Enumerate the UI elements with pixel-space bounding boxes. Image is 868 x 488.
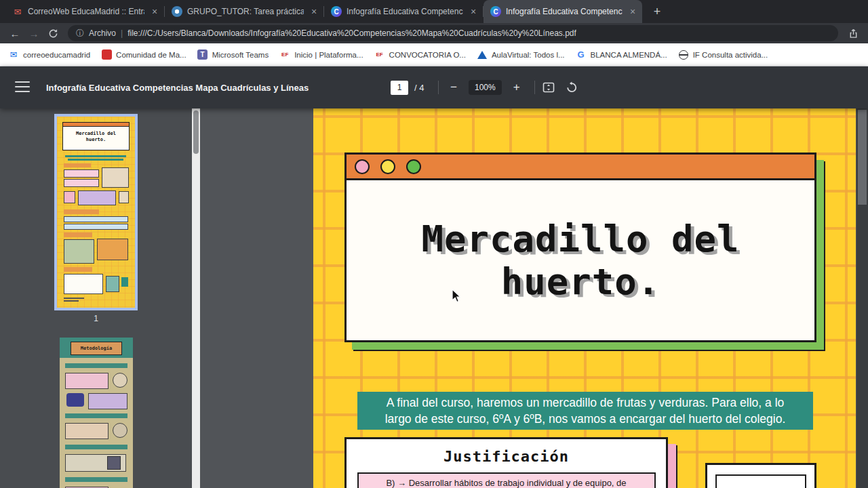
thumb-deco (106, 276, 119, 292)
reload-button[interactable] (43, 24, 62, 42)
bookmark-label: AulaVirtual: Todos l... (492, 51, 565, 59)
aulavirtual-icon (477, 49, 488, 60)
thumb-deco (65, 155, 126, 157)
bookmark-label: Microsoft Teams (212, 51, 269, 59)
zoom-in-button[interactable]: + (511, 81, 523, 94)
tab-correoweb-educamadrid[interactable]: ✉ CorreoWeb EducaMadrid :: Entra × (5, 0, 164, 23)
bookmark-comunidad-madrid[interactable]: Comunidad de Ma... (101, 49, 186, 60)
chat-icon (172, 6, 182, 17)
tab-infografia-2-active[interactable]: C Infografía Educativa Competenci × (484, 0, 642, 23)
page-number-input[interactable]: 1 (391, 81, 408, 95)
tab-close-icon[interactable]: × (468, 6, 479, 17)
thumb-deco (65, 445, 127, 449)
dot-yellow-icon (380, 159, 395, 174)
url-separator: | (121, 28, 123, 38)
bookmark-label: Comunidad de Ma... (116, 51, 186, 59)
thumb-deco (64, 163, 91, 167)
thumbnail-page-2[interactable]: Metodología (60, 338, 133, 488)
thumb-deco (68, 159, 123, 161)
thumb-deco (64, 267, 92, 272)
browser-window: ✉ CorreoWeb EducaMadrid :: Entra × GRUPO… (0, 0, 868, 488)
thumbnail-panel: Mercadillo del huerto. (0, 108, 192, 488)
page-controls: 1 / 4 (391, 66, 424, 108)
thumb-deco (65, 477, 127, 482)
intro-line2: largo de este curso, 6ºA y 6ºB, nos vamo… (357, 411, 813, 427)
bookmark-correoeducamadrid[interactable]: ✉ correoeducamadrid (8, 49, 90, 60)
tab-close-icon[interactable]: × (309, 6, 319, 17)
thumb-deco (64, 169, 99, 178)
back-button[interactable]: ← (5, 24, 24, 42)
bookmark-convocatoria[interactable]: EF CONVOCATORIA O... (374, 49, 466, 60)
tab-infografia-1[interactable]: C Infografía Educativa Competenci × (324, 0, 483, 23)
justification-card: Justificación B) → Desarrollar hábitos d… (344, 437, 668, 488)
window-body: Mercadillo del huerto. (347, 180, 814, 340)
thumb-deco (113, 423, 127, 438)
bookmark-blanca-almendra[interactable]: G BLANCA ALMENDÁ... (576, 49, 667, 60)
bookmark-label: Inicio | Plataforma... (294, 51, 363, 59)
bookmark-label: BLANCA ALMENDÁ... (591, 51, 667, 59)
share-icon[interactable] (844, 24, 863, 42)
sidebar-scrollbar[interactable] (192, 108, 200, 488)
toolbar-divider (438, 81, 439, 94)
infographic-window-frame: Mercadillo del huerto. (344, 152, 816, 342)
bookmark-inicio-plataforma[interactable]: EF Inicio | Plataforma... (279, 49, 363, 60)
url-scheme-chip: Archivo (89, 28, 116, 38)
infographic-title-line2: huerto. (501, 260, 660, 303)
pdf-toolbar: Infografía Educativa Competencias Mapa C… (0, 66, 868, 108)
justification-item-text: B) → Desarrollar hábitos de trabajo indi… (386, 478, 626, 488)
thumb-title-text: Mercadillo del huerto. (63, 127, 129, 142)
thumb-deco (65, 373, 108, 389)
new-tab-button[interactable]: + (648, 2, 667, 21)
dot-pink-icon (355, 159, 370, 174)
thumb-title-line1: Mercadillo del (76, 131, 116, 136)
intro-banner: A final del curso, haremos un mercadillo… (357, 392, 813, 430)
dot-green-icon (406, 159, 421, 174)
mail-icon: ✉ (12, 6, 23, 17)
thumb-deco (102, 167, 129, 188)
thumb-deco (113, 373, 127, 388)
address-bar[interactable]: ⓘ Archivo | file:///C:/Users/Blanca/Down… (68, 25, 838, 41)
bookmark-label: IF Consulta activida... (693, 51, 768, 59)
view-controls (542, 66, 578, 108)
thumb-deco (121, 277, 128, 287)
pdf-page: Mercadillo del huerto. A final del curso… (313, 108, 856, 488)
page-count-label: / 4 (414, 83, 424, 93)
thumb-deco (64, 191, 75, 203)
thumb-title-text: Metodología (71, 342, 122, 355)
tab-grupo-tutor[interactable]: GRUPO_TUTOR: Tarea práctica 3 × (165, 0, 323, 23)
zoom-level: 100% (469, 80, 502, 95)
scrollbar-thumb[interactable] (858, 110, 867, 205)
bookmark-microsoft-teams[interactable]: T Microsoft Teams (197, 49, 269, 60)
infographic-title-line1: Mercadillo del (421, 218, 739, 260)
forward-button[interactable]: → (24, 24, 43, 42)
thumb-deco (64, 232, 92, 237)
bookmark-if-consulta[interactable]: IF Consulta activida... (678, 49, 768, 60)
info-icon[interactable]: ⓘ (76, 28, 84, 39)
thumb-deco (64, 239, 94, 264)
toolbar-divider (534, 81, 535, 94)
fit-page-button[interactable] (542, 82, 555, 93)
rotate-button[interactable] (566, 81, 578, 94)
menu-icon[interactable] (15, 81, 30, 92)
thumb-deco (65, 363, 127, 368)
tab-title: Infografía Educativa Competenci (347, 7, 463, 16)
bookmark-aulavirtual[interactable]: AulaVirtual: Todos l... (477, 49, 565, 60)
comunidad-icon (101, 49, 112, 60)
tab-close-icon[interactable]: × (149, 6, 160, 17)
thumb-deco (64, 300, 79, 302)
thumb-deco (64, 209, 99, 214)
tab-close-icon[interactable]: × (627, 6, 638, 17)
canva-icon: C (331, 6, 342, 17)
thumbnail-page-1[interactable]: Mercadillo del huerto. (54, 114, 138, 310)
browser-toolbar: ← → ⓘ Archivo | file:///C:/Users/Blanca/… (0, 23, 868, 43)
scrollbar-thumb[interactable] (193, 110, 199, 154)
main-scrollbar[interactable] (856, 108, 868, 488)
zoom-out-button[interactable]: − (448, 81, 460, 94)
thumb-deco (64, 216, 128, 222)
mouse-cursor (452, 289, 462, 304)
thumb-deco (119, 191, 129, 203)
google-icon: G (576, 49, 587, 60)
partial-card (705, 463, 816, 488)
thumb-deco (64, 179, 99, 187)
intro-line1: A final del curso, haremos un mercadillo… (357, 394, 813, 411)
